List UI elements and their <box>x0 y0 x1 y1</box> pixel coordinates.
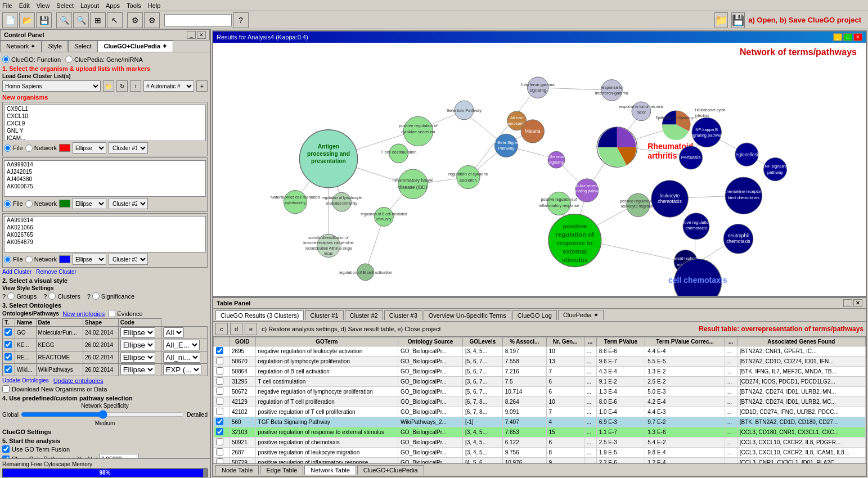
row-check[interactable] <box>214 438 230 448</box>
col-goterm[interactable]: GOTerm <box>255 337 398 346</box>
table-row[interactable]: 2687 positive regulation of leukocyte mi… <box>214 448 866 458</box>
row-check[interactable] <box>214 417 230 427</box>
panel-minimize[interactable]: _ <box>187 31 196 39</box>
cluster1-shape[interactable]: Ellipse <box>73 142 106 154</box>
table-row[interactable]: 50670 regulation of lymphocyte prolifera… <box>214 357 866 367</box>
new-ontologies-link[interactable]: New ontologies <box>62 310 105 317</box>
open-project-btn[interactable]: 📁 <box>714 12 728 28</box>
load-org-btn[interactable]: 📁 <box>103 80 114 92</box>
download-data-item[interactable]: Download New Organisms or Data <box>2 385 208 393</box>
help-btn[interactable]: ? <box>233 12 249 28</box>
onto-cell-code[interactable]: All_E... <box>161 339 207 351</box>
remove-cluster-btn[interactable]: Remove Cluster <box>36 269 77 275</box>
row-check[interactable] <box>214 346 230 357</box>
table-row[interactable]: 50864 regulation of B cell activation GO… <box>214 367 866 377</box>
tab-select[interactable]: Select <box>68 40 98 52</box>
cluster3-file-radio[interactable]: File <box>4 256 23 263</box>
cluster2-net-radio[interactable]: Network <box>25 200 57 208</box>
search-input[interactable] <box>164 14 232 26</box>
zoom-in-btn[interactable]: 🔍 <box>56 12 72 28</box>
onto-cell-shape[interactable]: Ellipse <box>118 364 161 376</box>
tab-unspecific[interactable]: Overview Un-Specific Terms <box>424 310 511 320</box>
cluster2-label[interactable]: Cluster #2 <box>109 198 148 209</box>
open-btn[interactable]: 📂 <box>19 12 35 28</box>
table-row[interactable]: 31295 T cell costimulation GO_Biological… <box>214 377 866 387</box>
cluster2-file-radio[interactable]: File <box>4 200 23 208</box>
significance-option[interactable]: ? Significance <box>87 292 134 300</box>
tab-cluepedia[interactable]: CluePedia ✦ <box>558 310 604 320</box>
tab-style[interactable]: Style <box>42 40 68 52</box>
groups-option[interactable]: ? Groups <box>2 292 37 300</box>
organism-select[interactable]: Homo Sapiens <box>2 80 101 92</box>
tab-network-table[interactable]: Network Table <box>304 465 356 475</box>
tab-node-table[interactable]: Node Table <box>215 465 259 475</box>
table-row[interactable]: 32103 positive regulation of response to… <box>214 427 866 438</box>
pvalue-input[interactable] <box>100 454 139 458</box>
tab-cluego[interactable]: ClueGO+CluePedia ✦ <box>97 40 173 52</box>
table-row[interactable]: 42129 regulation of T cell proliferation… <box>214 397 866 407</box>
cluster3-label[interactable]: Cluster #3 <box>109 254 148 265</box>
row-check[interactable] <box>214 427 230 438</box>
row-check[interactable] <box>214 377 230 387</box>
tab-network[interactable]: Network ✦ <box>0 40 42 52</box>
menu-select[interactable]: Select <box>56 2 74 9</box>
auto-select[interactable]: # Automatic # <box>143 80 194 92</box>
tab-cluster3[interactable]: Cluster #3 <box>384 310 422 320</box>
row-check[interactable] <box>214 367 230 377</box>
data-table-wrap[interactable]: GOID GOTerm Ontology Source GOLevels % A… <box>213 337 866 463</box>
col-dots2[interactable]: ... <box>725 337 737 346</box>
org-info-btn[interactable]: i <box>130 80 141 92</box>
cluego-func-radio[interactable]: ClueGO: Function <box>2 56 61 63</box>
save-btn[interactable]: 💾 <box>36 12 52 28</box>
cluster3-gene-list[interactable]: AA999314 AK021066 AK026765 AK054879 <box>4 216 206 252</box>
tab-edge-table[interactable]: Edge Table <box>260 465 303 475</box>
cluster1-file-radio[interactable]: File <box>4 145 23 152</box>
go-fusion-item[interactable]: Use GO Term Fusion <box>2 445 208 453</box>
onto-cell-check[interactable] <box>3 327 15 339</box>
tab-cluego-log[interactable]: ClueGO Log <box>512 310 557 320</box>
col-pval[interactable]: Term PValue <box>596 337 645 346</box>
new-btn[interactable]: 📄 <box>2 12 18 28</box>
col-nrgen[interactable]: Nr. Gen... <box>546 337 584 346</box>
cluster1-label[interactable]: Cluster #1 <box>109 142 148 154</box>
onto-cell-code[interactable]: EXP (... <box>161 364 207 376</box>
cluster2-gene-list[interactable]: AA999314 AJ242015 AJ404380 AK000675 <box>4 160 206 197</box>
onto-cell-code[interactable]: All_ni... <box>161 351 207 364</box>
cluster1-net-radio[interactable]: Network <box>25 145 57 152</box>
save-project-btn[interactable]: 💾 <box>731 12 745 28</box>
tab-cluego-cluepedia[interactable]: ClueGO+CluePedia <box>357 465 424 475</box>
cluster3-shape[interactable]: Ellipse <box>73 254 106 265</box>
menu-edit[interactable]: Edit <box>19 2 30 9</box>
menu-apps[interactable]: Apps <box>106 2 120 9</box>
specificity-slider[interactable] <box>21 410 185 419</box>
row-check[interactable] <box>214 397 230 407</box>
row-check[interactable] <box>214 407 230 417</box>
add-cluster-btn[interactable]: Add Cluster <box>2 269 32 275</box>
onto-cell-shape[interactable]: Ellipse <box>118 351 161 364</box>
col-goid[interactable]: GOID <box>229 337 255 346</box>
cluepedia-radio[interactable]: CluePedia: Gene/miRNA <box>65 56 143 63</box>
close-project-btn[interactable]: e <box>245 323 257 335</box>
table-row[interactable]: 2695 negative regulation of leukocyte ac… <box>214 346 866 357</box>
update-link[interactable]: Update ontologies <box>53 377 104 384</box>
zoom-out-btn[interactable]: 🔍 <box>73 12 89 28</box>
table-row[interactable]: 50729 positive regulation of inflammator… <box>214 458 866 464</box>
evidence-check[interactable]: Evidence <box>108 310 142 317</box>
table-row[interactable]: 560 TGF Beta Signaling Pathway WikiPathw… <box>214 417 866 427</box>
update-ontologies-btn[interactable]: Update Ontologies <box>2 377 49 384</box>
table-minimize[interactable]: _ <box>843 299 852 307</box>
fit-btn[interactable]: ⊞ <box>90 12 106 28</box>
onto-cell-shape[interactable]: Ellipse <box>118 327 161 339</box>
menu-tools[interactable]: Tools <box>127 2 141 9</box>
menu-layout[interactable]: Layout <box>80 2 99 9</box>
tab-cluster2[interactable]: Cluster #2 <box>345 310 383 320</box>
col-levels[interactable]: GOLevels <box>463 337 503 346</box>
menu-help[interactable]: Help <box>148 2 161 9</box>
panel-close[interactable]: ✕ <box>197 31 206 39</box>
select-btn[interactable]: ↖ <box>107 12 123 28</box>
menu-file[interactable]: File <box>2 2 12 9</box>
restore-settings-btn[interactable]: c <box>215 323 228 335</box>
row-check[interactable] <box>214 458 230 464</box>
menu-view[interactable]: View <box>37 2 50 9</box>
col-source[interactable]: Ontology Source <box>398 337 463 346</box>
